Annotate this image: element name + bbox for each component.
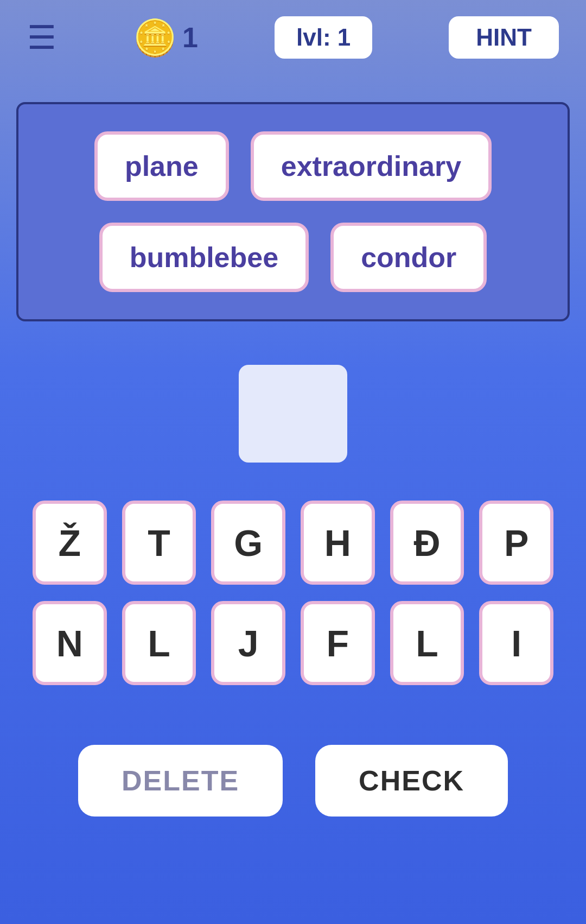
coin-count: 1 xyxy=(182,21,198,54)
answer-box xyxy=(239,365,347,463)
word-plane[interactable]: plane xyxy=(94,131,229,201)
letter-btn-f[interactable]: F xyxy=(301,601,375,685)
letter-grid: Ž T G H Đ P N L J F L I xyxy=(33,501,553,685)
coin-icon: 🪙 xyxy=(133,20,177,55)
header: ☰ 🪙 1 lvl: 1 HINT xyxy=(0,0,586,59)
words-row-1: plane extraordinary xyxy=(40,131,546,201)
letter-btn-g[interactable]: G xyxy=(211,501,285,585)
answer-area xyxy=(0,365,586,463)
word-condor[interactable]: condor xyxy=(330,223,487,292)
coins-area: 🪙 1 xyxy=(133,20,198,55)
word-bumblebee[interactable]: bumblebee xyxy=(99,223,309,292)
words-container: plane extraordinary bumblebee condor xyxy=(16,102,570,321)
menu-button[interactable]: ☰ xyxy=(27,18,56,56)
letter-row-1: Ž T G H Đ P xyxy=(33,501,553,585)
letter-btn-h[interactable]: H xyxy=(301,501,375,585)
words-row-2: bumblebee condor xyxy=(40,223,546,292)
letter-btn-i[interactable]: I xyxy=(479,601,553,685)
letter-btn-n[interactable]: N xyxy=(33,601,107,685)
hint-button[interactable]: HINT xyxy=(449,16,559,59)
bottom-buttons: DELETE CHECK xyxy=(0,745,586,817)
letter-btn-zh[interactable]: Ž xyxy=(33,501,107,585)
menu-icon: ☰ xyxy=(27,20,56,56)
letter-btn-j[interactable]: J xyxy=(211,601,285,685)
letter-btn-t[interactable]: T xyxy=(122,501,196,585)
delete-button[interactable]: DELETE xyxy=(78,745,283,817)
letter-row-2: N L J F L I xyxy=(33,601,553,685)
letter-btn-p[interactable]: P xyxy=(479,501,553,585)
level-badge: lvl: 1 xyxy=(275,16,372,59)
letter-btn-l1[interactable]: L xyxy=(122,601,196,685)
letter-btn-dj[interactable]: Đ xyxy=(390,501,464,585)
word-extraordinary[interactable]: extraordinary xyxy=(251,131,492,201)
letter-btn-l2[interactable]: L xyxy=(390,601,464,685)
check-button[interactable]: CHECK xyxy=(315,745,508,817)
